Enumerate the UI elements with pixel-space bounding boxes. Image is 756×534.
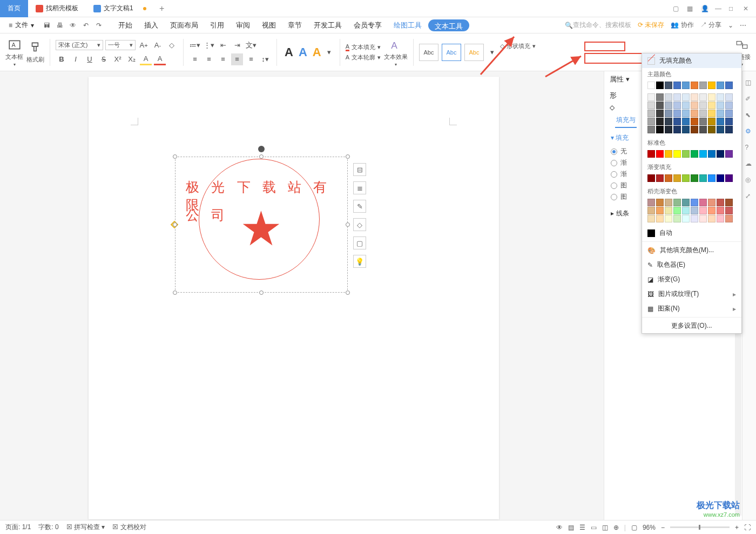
increase-indent-icon[interactable]: ⇥ (231, 39, 243, 51)
menu-tab-devtools[interactable]: 开发工具 (308, 17, 347, 33)
strike-icon[interactable]: S̶ (98, 53, 110, 65)
color-swatch[interactable] (656, 110, 664, 117)
rail-expand-icon[interactable]: ⤢ (745, 192, 754, 201)
tab-document[interactable]: 文字文稿1 (86, 0, 154, 17)
font-name-combo[interactable]: 宋体 (正文)▾ (56, 40, 103, 50)
color-swatch[interactable] (673, 126, 681, 133)
color-swatch[interactable] (656, 150, 664, 158)
text-direction-icon[interactable]: 文▾ (245, 39, 257, 51)
color-swatch[interactable] (673, 215, 681, 222)
view-web-icon[interactable]: ◫ (602, 524, 608, 531)
color-swatch[interactable] (708, 93, 716, 101)
color-swatch[interactable] (708, 118, 716, 125)
zoom-in-button[interactable]: + (735, 524, 739, 531)
text-fill-dropdown[interactable]: A 文本填充 ▾ (346, 43, 381, 51)
document-page[interactable] (89, 77, 499, 519)
file-menu[interactable]: ≡ 文件 ▾ (4, 21, 38, 30)
color-swatch[interactable] (708, 126, 716, 133)
shape-style-more-icon[interactable]: ▾ (487, 46, 497, 58)
clear-format-icon[interactable]: ◇ (166, 39, 178, 51)
ribbon-collapse-icon[interactable]: ⌄ (728, 22, 733, 29)
align-right-icon[interactable]: ≡ (217, 53, 229, 65)
distribute-icon[interactable]: ≡ (245, 53, 257, 65)
color-swatch[interactable] (708, 207, 716, 214)
color-swatch[interactable] (699, 93, 707, 101)
color-swatch[interactable] (647, 82, 655, 89)
float-fill-icon[interactable]: ◇ (353, 218, 366, 231)
color-swatch[interactable] (647, 102, 655, 109)
zoom-out-button[interactable]: − (661, 524, 665, 531)
color-swatch[interactable] (725, 199, 733, 206)
color-swatch[interactable] (673, 199, 681, 206)
color-swatch[interactable] (682, 102, 690, 109)
color-swatch[interactable] (691, 150, 698, 158)
color-swatch[interactable] (682, 174, 690, 182)
rail-help-icon[interactable]: ? (745, 144, 754, 152)
color-swatch[interactable] (647, 93, 655, 101)
color-swatch[interactable] (691, 174, 698, 182)
color-swatch[interactable] (691, 215, 698, 222)
color-swatch[interactable] (717, 215, 724, 222)
color-swatch[interactable] (699, 199, 707, 206)
preview-icon[interactable]: 👁 (69, 22, 77, 29)
fit-page-icon[interactable]: ▢ (631, 524, 637, 531)
color-swatch[interactable] (717, 82, 724, 89)
save-icon[interactable]: 🖬 (43, 22, 51, 29)
print-icon[interactable]: 🖶 (56, 22, 64, 29)
color-swatch[interactable] (656, 174, 664, 182)
auto-color-item[interactable]: 自动 (642, 226, 741, 240)
color-swatch[interactable] (717, 102, 724, 109)
color-swatch[interactable] (665, 118, 672, 125)
view-read-icon[interactable]: ▭ (591, 524, 597, 531)
view-focus-icon[interactable]: ⊕ (613, 524, 619, 531)
color-swatch[interactable] (647, 174, 655, 182)
color-swatch[interactable] (682, 150, 690, 158)
float-edit-icon[interactable]: ✎ (353, 200, 366, 213)
increase-font-icon[interactable]: A+ (138, 39, 150, 51)
collab-button[interactable]: 👥 协作 (671, 21, 693, 30)
numbering-icon[interactable]: ⋮▾ (203, 39, 215, 51)
zoom-slider[interactable] (670, 526, 730, 528)
rail-settings-icon[interactable]: ⚙ (745, 127, 754, 136)
wordart-more-icon[interactable]: ▾ (325, 46, 334, 58)
rail-location-icon[interactable]: ◎ (745, 176, 754, 185)
proofread-toggle[interactable]: ☒ 文档校对 (112, 523, 146, 532)
color-swatch[interactable] (665, 150, 672, 158)
color-swatch[interactable] (699, 215, 707, 222)
align-justify-icon[interactable]: ≡ (231, 53, 243, 65)
align-center-icon[interactable]: ≡ (203, 53, 215, 65)
font-color-icon[interactable]: A (154, 53, 166, 65)
color-swatch[interactable] (691, 207, 698, 214)
shape-style-2[interactable]: Abc (442, 44, 461, 61)
bullets-icon[interactable]: ≔▾ (189, 39, 201, 51)
rail-select-icon[interactable]: ⬉ (745, 111, 754, 120)
menu-tab-insert[interactable]: 插入 (139, 17, 164, 33)
color-swatch[interactable] (682, 82, 690, 89)
color-swatch[interactable] (665, 82, 672, 89)
share-button[interactable]: ↗ 分享 (700, 21, 721, 30)
color-swatch[interactable] (656, 93, 664, 101)
menu-tab-view[interactable]: 视图 (256, 17, 281, 33)
subscript-icon[interactable]: X₂ (126, 53, 138, 65)
tab-template[interactable]: 找稻壳模板 (28, 0, 86, 17)
color-swatch[interactable] (647, 207, 655, 214)
color-swatch[interactable] (725, 150, 733, 158)
rotate-handle[interactable] (258, 146, 265, 152)
color-swatch[interactable] (682, 118, 690, 125)
shape-style-1[interactable]: Abc (419, 44, 438, 61)
redo-icon[interactable]: ↷ (94, 22, 103, 29)
menu-tab-start[interactable]: 开始 (113, 17, 138, 33)
resize-handle-w[interactable] (173, 222, 177, 227)
color-swatch[interactable] (717, 93, 724, 101)
color-swatch[interactable] (691, 126, 698, 133)
shape-style-3[interactable]: Abc (464, 44, 484, 61)
color-swatch[interactable] (656, 82, 664, 89)
color-swatch[interactable] (656, 199, 664, 206)
color-swatch[interactable] (725, 118, 733, 125)
color-swatch[interactable] (673, 93, 681, 101)
color-swatch[interactable] (665, 126, 672, 133)
color-swatch[interactable] (708, 102, 716, 109)
resize-handle-se[interactable] (346, 290, 350, 295)
color-swatch[interactable] (717, 174, 724, 182)
color-swatch[interactable] (725, 207, 733, 214)
